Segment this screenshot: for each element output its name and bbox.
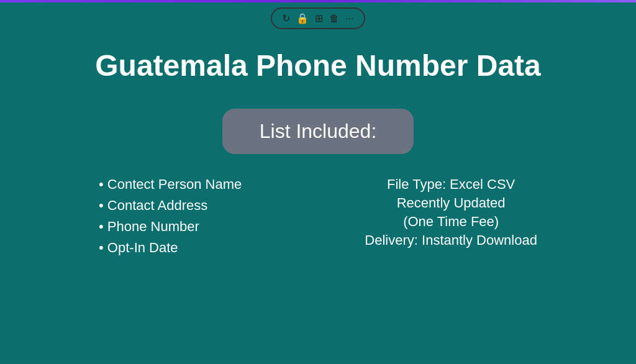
list-included-box: List Included:: [0, 109, 636, 154]
right-info: File Type: Excel CSV Recently Updated (O…: [365, 176, 537, 248]
list-item: • Contect Person Name: [99, 176, 242, 193]
content-grid: • Contect Person Name • Contact Address …: [0, 176, 636, 256]
toolbar: ↻ 🔒 ⊞ 🗑 ···: [0, 0, 636, 29]
list-item: • Contact Address: [99, 198, 242, 214]
accent-bar: [0, 0, 636, 2]
refresh-icon[interactable]: ↻: [282, 12, 290, 24]
left-list: • Contect Person Name • Contact Address …: [99, 176, 242, 256]
list-item: • Opt-In Date: [99, 240, 242, 256]
toolbar-container: ↻ 🔒 ⊞ 🗑 ···: [271, 7, 365, 29]
one-time-fee: (One Time Fee): [365, 214, 537, 230]
list-item: • Phone Number: [99, 219, 242, 235]
lock-icon[interactable]: 🔒: [296, 12, 309, 24]
more-icon[interactable]: ···: [345, 13, 353, 24]
file-type: File Type: Excel CSV: [365, 176, 537, 193]
delete-icon[interactable]: 🗑: [329, 13, 339, 24]
add-icon[interactable]: ⊞: [315, 12, 323, 24]
page-title: Guatemala Phone Number Data: [0, 48, 636, 84]
delivery: Delivery: Instantly Download: [365, 232, 537, 248]
recently-updated: Recently Updated: [365, 195, 537, 211]
list-included-label: List Included:: [222, 109, 414, 154]
